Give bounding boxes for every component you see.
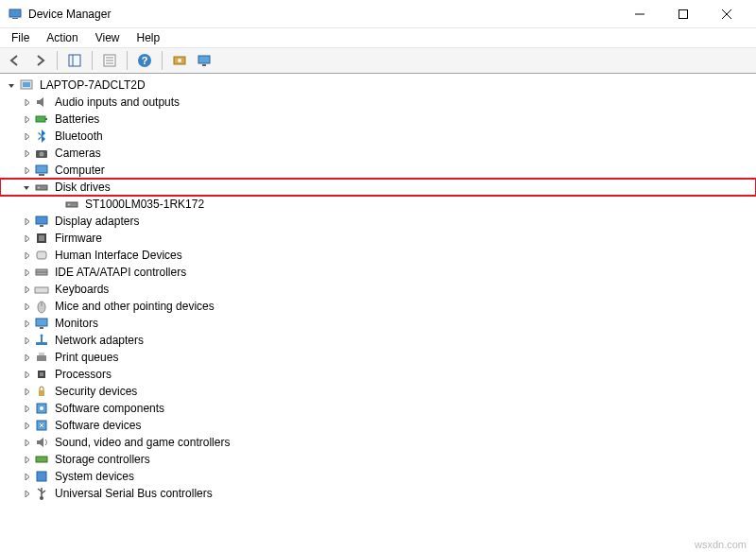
expand-icon[interactable] (19, 265, 34, 280)
tree-node-15[interactable]: Processors (0, 366, 756, 383)
tree-node-9[interactable]: IDE ATA/ATAPI controllers (0, 264, 756, 281)
tree-node-11[interactable]: Mice and other pointing devices (0, 298, 756, 315)
svg-rect-19 (23, 82, 30, 87)
tree-node-16[interactable]: Security devices (0, 383, 756, 400)
tree-node-label: Print queues (53, 350, 120, 365)
svg-rect-49 (40, 372, 43, 376)
tree-node-0[interactable]: Audio inputs and outputs (0, 94, 756, 111)
expand-icon[interactable] (19, 350, 34, 365)
back-button[interactable] (4, 49, 26, 72)
tree-node-20[interactable]: Storage controllers (0, 451, 756, 468)
expand-icon[interactable] (19, 129, 34, 144)
show-devices-button[interactable] (193, 49, 215, 72)
svg-rect-33 (39, 235, 44, 241)
menu-action[interactable]: Action (39, 29, 85, 46)
menu-help[interactable]: Help (129, 29, 168, 46)
tree-node-label: Universal Serial Bus controllers (53, 486, 215, 501)
forward-button[interactable] (28, 49, 51, 72)
expand-icon[interactable] (19, 316, 34, 331)
security-icon (34, 384, 49, 399)
display-icon (34, 214, 49, 229)
firmware-icon (34, 231, 49, 246)
expand-icon[interactable] (19, 95, 34, 110)
scan-hardware-button[interactable] (168, 49, 191, 72)
svg-rect-54 (36, 457, 47, 462)
expand-icon[interactable] (19, 248, 34, 263)
help-button[interactable]: ? (133, 49, 156, 72)
tree-node-1[interactable]: Batteries (0, 111, 756, 128)
svg-rect-3 (679, 9, 688, 18)
tree-node-13[interactable]: Network adapters (0, 332, 756, 349)
tree-node-17[interactable]: Software components (0, 400, 756, 417)
tree-node-label: Keyboards (53, 282, 111, 297)
collapse-icon[interactable] (4, 78, 19, 93)
expand-icon[interactable] (19, 452, 34, 467)
tree-node-14[interactable]: Print queues (0, 349, 756, 366)
tree-node-19[interactable]: Sound, video and game controllers (0, 434, 756, 451)
svg-rect-6 (69, 55, 80, 66)
tree-node-18[interactable]: Software devices (0, 417, 756, 434)
tree-node-label: System devices (53, 469, 136, 484)
svg-rect-34 (37, 251, 46, 259)
tree-node-label: ST1000LM035-1RK172 (83, 197, 206, 212)
swdev-icon (34, 418, 49, 433)
minimize-button[interactable] (618, 0, 662, 28)
expand-icon[interactable] (19, 486, 34, 501)
expand-icon[interactable] (19, 384, 34, 399)
tree-node-5-0[interactable]: ST1000LM035-1RK172 (0, 196, 756, 213)
expand-icon[interactable] (19, 214, 34, 229)
svg-rect-31 (40, 225, 43, 227)
expand-icon[interactable] (19, 299, 34, 314)
svg-rect-24 (36, 165, 47, 173)
maximize-button[interactable] (662, 0, 705, 28)
svg-point-27 (38, 187, 40, 189)
expand-icon[interactable] (19, 231, 34, 246)
svg-rect-41 (36, 319, 47, 326)
expand-icon[interactable] (19, 282, 34, 297)
hid-icon (34, 248, 49, 263)
tree-node-5[interactable]: Disk drives (0, 179, 756, 196)
swcomp-icon (34, 401, 49, 416)
tree-node-root[interactable]: LAPTOP-7ADCLT2D (0, 77, 756, 94)
window-title: Device Manager (28, 8, 111, 21)
expand-icon[interactable] (19, 435, 34, 450)
svg-point-29 (68, 204, 70, 206)
show-hide-console-tree-button[interactable] (63, 49, 86, 72)
window-controls (618, 0, 748, 28)
svg-rect-42 (40, 327, 43, 329)
tree-node-label: Bluetooth (53, 129, 105, 144)
device-tree[interactable]: LAPTOP-7ADCLT2DAudio inputs and outputsB… (0, 74, 756, 535)
expand-icon[interactable] (19, 401, 34, 416)
collapse-icon[interactable] (19, 180, 34, 195)
tree-node-21[interactable]: System devices (0, 468, 756, 485)
tree-node-3[interactable]: Cameras (0, 145, 756, 162)
expand-icon[interactable] (19, 333, 34, 348)
tree-node-7[interactable]: Firmware (0, 230, 756, 247)
expand-icon[interactable] (19, 469, 34, 484)
tree-node-label: Software devices (53, 418, 143, 433)
titlebar: Device Manager (0, 0, 756, 28)
tree-node-8[interactable]: Human Interface Devices (0, 247, 756, 264)
expand-icon[interactable] (19, 112, 34, 127)
expand-icon[interactable] (19, 367, 34, 382)
tree-node-6[interactable]: Display adapters (0, 213, 756, 230)
expand-icon[interactable] (19, 146, 34, 161)
tree-node-12[interactable]: Monitors (0, 315, 756, 332)
tree-node-2[interactable]: Bluetooth (0, 128, 756, 145)
expand-icon[interactable] (19, 418, 34, 433)
monitor-icon (34, 316, 49, 331)
audio-icon (34, 95, 49, 110)
expand-icon[interactable] (19, 163, 34, 178)
svg-rect-50 (39, 390, 44, 396)
menu-file[interactable]: File (4, 29, 37, 46)
properties-button[interactable] (98, 49, 121, 72)
tree-node-4[interactable]: Computer (0, 162, 756, 179)
tree-node-label: Batteries (53, 112, 101, 127)
close-button[interactable] (705, 0, 748, 28)
pc-icon (19, 78, 34, 93)
svg-text:?: ? (142, 55, 148, 66)
toolbar-separator (127, 51, 128, 70)
tree-node-22[interactable]: Universal Serial Bus controllers (0, 485, 756, 502)
menu-view[interactable]: View (88, 29, 128, 46)
tree-node-10[interactable]: Keyboards (0, 281, 756, 298)
